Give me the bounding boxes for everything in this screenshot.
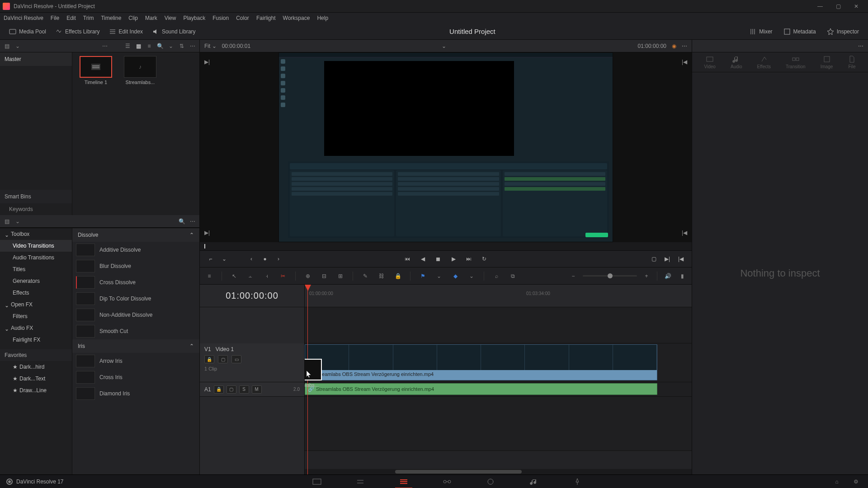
mute-button[interactable]: M xyxy=(252,385,262,394)
filters-node[interactable]: Filters xyxy=(0,310,72,322)
search-icon[interactable]: 🔍 xyxy=(156,42,164,50)
menu-item[interactable]: Mark xyxy=(145,15,157,21)
menu-item[interactable]: File xyxy=(51,15,59,21)
audio-transitions-node[interactable]: Audio Transitions xyxy=(0,252,72,263)
sort-icon[interactable]: ⇅ xyxy=(178,42,186,50)
auto-select-icon[interactable]: ▢ xyxy=(226,385,236,394)
menu-item[interactable]: DaVinci Resolve xyxy=(4,15,43,21)
timeline-body[interactable]: 01:00:00:00 01:03:34:00 🔗 Streamlabs OBS… xyxy=(305,285,692,474)
edit-page[interactable] xyxy=(398,477,410,487)
prev-clip-icon[interactable]: ▶| xyxy=(204,59,210,65)
timeline-options-icon[interactable]: ≡ xyxy=(204,271,214,281)
meter-icon[interactable]: ▮ xyxy=(677,271,687,281)
transition-item[interactable]: Blur Dissolve xyxy=(72,258,199,274)
media-pool[interactable]: Timeline 1 ♪ Streamlabs... xyxy=(72,52,199,215)
media-pool-toggle[interactable]: Media Pool xyxy=(5,26,51,37)
titles-node[interactable]: Titles xyxy=(0,263,72,275)
menu-item[interactable]: Color xyxy=(236,15,249,21)
audio-lane[interactable]: 🔗Streamlabs OBS Stream Verzögerung einri… xyxy=(305,382,692,397)
replace-icon[interactable]: ⊞ xyxy=(335,271,345,281)
inspector-toggle[interactable]: Inspector xyxy=(822,26,863,37)
timeline-ruler[interactable]: 01:00:00:00 01:03:34:00 xyxy=(305,285,692,307)
smart-bins-header[interactable]: Smart Bins xyxy=(0,190,72,203)
timeline-dropdown[interactable]: ⌄ xyxy=(442,43,446,49)
link-selection-icon[interactable]: ⧉ xyxy=(508,271,518,281)
deliver-page[interactable] xyxy=(571,477,583,487)
dissolve-group[interactable]: Dissolve⌃ xyxy=(72,228,199,242)
bypass-icon[interactable]: ◉ xyxy=(672,43,676,49)
blade-tool[interactable]: ✂ xyxy=(278,271,288,281)
marker-icon[interactable]: ◆ xyxy=(450,271,460,281)
next-icon[interactable]: › xyxy=(274,254,283,263)
inspector-tab-image[interactable]: Image xyxy=(821,55,833,69)
cut-page[interactable] xyxy=(354,477,366,487)
flag-icon[interactable]: ⚑ xyxy=(418,271,428,281)
track-lock-icon[interactable]: 🔒 xyxy=(214,385,224,394)
metadata-toggle[interactable]: Metadata xyxy=(779,26,821,37)
menu-item[interactable]: Fairlight xyxy=(256,15,276,21)
audio-track-header[interactable]: A1 🔒 ▢ S M 2.0 xyxy=(200,382,304,397)
more-icon[interactable]: ⋯ xyxy=(682,43,687,49)
selection-tool[interactable]: ↖ xyxy=(229,271,239,281)
chevron-down-icon[interactable]: ⌄ xyxy=(467,271,476,281)
favorite-item[interactable]: ★ Dark...Text xyxy=(0,373,72,385)
inspector-tab-transition[interactable]: Transition xyxy=(786,55,806,69)
mixer-toggle[interactable]: Mixer xyxy=(745,26,777,37)
trim-tool[interactable]: ⫠ xyxy=(245,271,255,281)
step-back-icon[interactable]: ▶| xyxy=(663,254,672,263)
mark-icon[interactable]: ✎ xyxy=(360,271,370,281)
pool-item-timeline[interactable]: Timeline 1 xyxy=(76,56,116,85)
maximize-button[interactable]: ▢ xyxy=(829,2,847,11)
sound-library-toggle[interactable]: Sound Library xyxy=(147,26,200,37)
chevron-down-icon[interactable]: ⌄ xyxy=(167,42,175,50)
inspector-tab-audio[interactable]: Audio xyxy=(731,55,742,69)
playhead[interactable] xyxy=(305,285,311,291)
auto-select-icon[interactable]: ▢ xyxy=(218,355,228,363)
list-view-icon[interactable]: ☰ xyxy=(123,42,132,50)
transition-item[interactable]: Additive Dissolve xyxy=(72,242,199,258)
inspector-tab-effects[interactable]: Effects xyxy=(757,55,771,69)
viewer[interactable]: ▶| |◀ ▶| |◀ xyxy=(200,52,692,242)
menu-item[interactable]: Help xyxy=(317,15,328,21)
play-reverse-button[interactable]: ◀ xyxy=(418,254,427,263)
favorites-header[interactable]: Favorites xyxy=(0,349,72,361)
close-button[interactable]: ✕ xyxy=(847,2,865,11)
transition-item[interactable]: Cross Iris xyxy=(72,369,199,385)
audio-clip[interactable]: 🔗Streamlabs OBS Stream Verzögerung einri… xyxy=(305,383,657,395)
overwrite-icon[interactable]: ⊟ xyxy=(319,271,329,281)
dots-icon[interactable]: ⋯ xyxy=(101,42,109,50)
snap-icon[interactable]: ⌕ xyxy=(491,271,501,281)
audiofx-node[interactable]: ⌄Audio FX xyxy=(0,322,72,334)
mark-in-icon[interactable]: ⌐ xyxy=(206,254,215,263)
play-button[interactable]: ▶ xyxy=(449,254,458,263)
fusion-page[interactable] xyxy=(441,477,453,487)
viewer-scrubber[interactable] xyxy=(200,242,692,250)
chevron-down-icon[interactable]: ⌄ xyxy=(14,217,22,225)
zoom-slider[interactable] xyxy=(583,275,637,277)
timecode-in[interactable]: 00:00:00:01 xyxy=(222,43,250,49)
prev-edit-icon[interactable]: ▶| xyxy=(204,230,210,236)
track-lock-icon[interactable]: 🔒 xyxy=(204,355,214,363)
fit-dropdown[interactable]: Fit ⌄ xyxy=(204,43,217,49)
iris-group[interactable]: Iris⌃ xyxy=(72,339,199,353)
prev-icon[interactable]: ‹ xyxy=(247,254,256,263)
home-icon[interactable]: ⌂ xyxy=(831,477,843,487)
transition-item[interactable]: Non-Additive Dissolve xyxy=(72,307,199,323)
timecode-out[interactable]: 01:00:00:00 xyxy=(638,43,666,49)
link-icon[interactable]: ⛓ xyxy=(377,271,387,281)
chevron-down-icon[interactable]: ⌄ xyxy=(220,254,229,263)
favorite-item[interactable]: ★ Dark...hird xyxy=(0,361,72,373)
lock-icon[interactable]: 🔒 xyxy=(393,271,403,281)
transition-item[interactable]: Dip To Color Dissolve xyxy=(72,291,199,307)
dynamic-trim-tool[interactable]: ⫞ xyxy=(262,271,272,281)
audio-icon[interactable]: 🔊 xyxy=(663,271,673,281)
zoom-in-icon[interactable]: + xyxy=(642,271,651,281)
effects-node[interactable]: Effects xyxy=(0,287,72,299)
fx-panel-icon[interactable]: ▤ xyxy=(3,217,11,225)
edit-index-toggle[interactable]: Edit Index xyxy=(104,26,147,37)
video-clip[interactable]: 🔗 Streamlabs OBS Stream Verzögerung einr… xyxy=(305,344,657,380)
menu-item[interactable]: Playback xyxy=(183,15,205,21)
keywords-bin[interactable]: Keywords xyxy=(0,203,72,215)
next-clip-icon[interactable]: |◀ xyxy=(682,59,687,65)
generators-node[interactable]: Generators xyxy=(0,275,72,287)
